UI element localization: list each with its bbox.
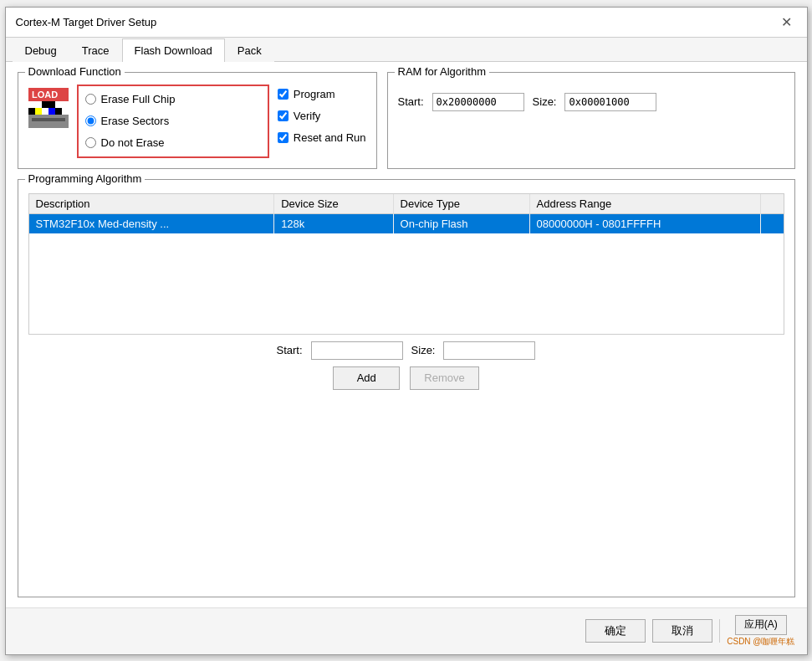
apply-sub-text: CSDN @咖喱年糕 <box>727 636 794 648</box>
remove-button[interactable]: Remove <box>410 366 478 390</box>
ram-start-label: Start: <box>398 95 424 108</box>
erase-full-chip-label[interactable]: Erase Full Chip <box>101 93 176 105</box>
verify-checkbox[interactable] <box>278 110 289 121</box>
algo-start-input[interactable] <box>311 341 403 360</box>
add-button[interactable]: Add <box>333 366 400 390</box>
ram-size-label: Size: <box>533 95 557 108</box>
svg-rect-8 <box>49 108 55 115</box>
col-device-size: Device Size <box>274 194 393 214</box>
reset-and-run-row: Reset and Run <box>278 128 366 148</box>
ram-size-input[interactable] <box>564 93 656 111</box>
download-function-inner: LOAD <box>28 85 366 158</box>
download-function-group: Download Function LOAD <box>18 72 377 169</box>
apply-area: 应用(A) CSDN @咖喱年糕 <box>727 615 794 648</box>
erase-full-chip-row: Erase Full Chip <box>85 90 261 110</box>
col-address-range: Address Range <box>529 194 760 214</box>
programming-algorithm-group: Programming Algorithm Description Device… <box>18 179 795 597</box>
top-sections: Download Function LOAD <box>18 72 795 169</box>
svg-rect-5 <box>28 108 35 115</box>
footer: 确定 取消 应用(A) CSDN @咖喱年糕 <box>6 607 807 654</box>
table-row[interactable]: STM32F10x Med-density ... 128k On-chip F… <box>29 213 784 233</box>
download-function-label: Download Function <box>25 65 125 78</box>
cell-device-size: 128k <box>274 213 393 233</box>
col-description: Description <box>29 194 274 214</box>
apply-button[interactable]: 应用(A) <box>735 615 787 635</box>
close-button[interactable]: ✕ <box>777 12 797 32</box>
program-label[interactable]: Program <box>294 88 335 100</box>
table-header-row: Description Device Size Device Type Addr… <box>29 194 784 214</box>
do-not-erase-label[interactable]: Do not Erase <box>101 136 165 149</box>
cell-description: STM32F10x Med-density ... <box>29 213 274 233</box>
check-options-group: Program Verify Reset and Run <box>278 85 366 148</box>
svg-text:LOAD: LOAD <box>32 90 58 100</box>
algo-size-input[interactable] <box>443 341 535 360</box>
do-not-erase-row: Do not Erase <box>85 133 261 153</box>
ram-fields: Start: Size: <box>398 93 784 111</box>
tab-bar: Debug Trace Flash Download Pack <box>6 38 807 62</box>
prog-algo-label: Programming Algorithm <box>25 172 146 185</box>
erase-full-chip-radio[interactable] <box>85 94 96 105</box>
algo-table: Description Device Size Device Type Addr… <box>29 194 784 334</box>
algo-size-label: Size: <box>411 344 436 356</box>
erase-sectors-label[interactable]: Erase Sectors <box>101 115 170 127</box>
reset-and-run-label[interactable]: Reset and Run <box>294 131 366 144</box>
reset-and-run-checkbox[interactable] <box>278 132 289 143</box>
algo-start-label: Start: <box>277 344 303 356</box>
col-extra <box>760 194 784 214</box>
load-icon: LOAD <box>28 88 69 128</box>
svg-rect-7 <box>42 108 49 115</box>
program-checkbox[interactable] <box>278 89 289 100</box>
verify-row: Verify <box>278 106 366 126</box>
erase-options-group: Erase Full Chip Erase Sectors Do not Era… <box>77 85 269 158</box>
tab-flash-download[interactable]: Flash Download <box>122 38 225 62</box>
footer-divider <box>719 619 720 643</box>
erase-sectors-row: Erase Sectors <box>85 111 261 131</box>
main-content: Download Function LOAD <box>6 62 807 607</box>
svg-rect-9 <box>55 108 62 115</box>
algo-table-area: Description Device Size Device Type Addr… <box>28 193 784 335</box>
cell-extra <box>760 213 784 233</box>
program-row: Program <box>278 85 366 105</box>
ram-algorithm-label: RAM for Algorithm <box>395 65 489 78</box>
tab-trace[interactable]: Trace <box>69 38 122 62</box>
cell-device-type: On-chip Flash <box>393 213 529 233</box>
cancel-button[interactable]: 取消 <box>652 619 712 643</box>
ram-algorithm-group: RAM for Algorithm Start: Size: <box>387 72 795 169</box>
svg-rect-6 <box>35 108 42 115</box>
verify-label[interactable]: Verify <box>294 110 321 122</box>
ok-button[interactable]: 确定 <box>585 619 646 643</box>
tab-debug[interactable]: Debug <box>13 38 69 62</box>
tab-pack[interactable]: Pack <box>225 38 274 62</box>
cell-address-range: 08000000H - 0801FFFFH <box>529 213 760 233</box>
window-title: Cortex-M Target Driver Setup <box>16 16 157 28</box>
title-bar: Cortex-M Target Driver Setup ✕ <box>6 8 807 38</box>
algo-buttons-row: Add Remove <box>28 366 784 390</box>
start-size-row: Start: Size: <box>28 341 784 360</box>
erase-sectors-radio[interactable] <box>85 115 96 126</box>
do-not-erase-radio[interactable] <box>85 137 96 148</box>
ram-start-input[interactable] <box>432 93 524 111</box>
svg-rect-10 <box>62 108 69 115</box>
table-spacer <box>29 233 784 334</box>
col-device-type: Device Type <box>393 194 529 214</box>
svg-rect-12 <box>32 118 65 121</box>
main-window: Cortex-M Target Driver Setup ✕ Debug Tra… <box>5 7 808 655</box>
